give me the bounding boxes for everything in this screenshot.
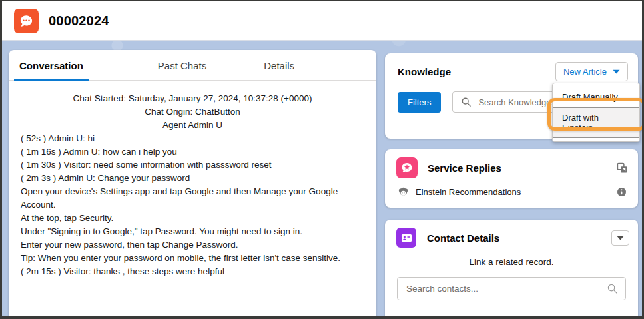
tab-bar: Conversation Past Chats Details <box>9 50 376 81</box>
contact-card-icon <box>400 232 413 244</box>
chat-line: Chat Origin: ChatButton <box>21 105 364 119</box>
tab-conversation[interactable]: Conversation <box>14 50 89 80</box>
chat-transcript: Chat Started: Saturday, January 27, 2024… <box>9 81 376 278</box>
record-header: 00002024 <box>2 1 642 41</box>
chat-line: Enter your new password, then tap Change… <box>21 238 364 252</box>
tab-past-chats[interactable]: Past Chats <box>153 50 212 80</box>
new-article-button[interactable]: New Article <box>555 62 628 81</box>
contact-search-box[interactable] <box>397 277 626 300</box>
link-related-record-text: Link a related record. <box>385 257 638 267</box>
chat-line: ( 1m 30s ) Visitor: need some informatio… <box>21 159 364 172</box>
page-title: 00002024 <box>49 13 109 29</box>
contact-search-input[interactable] <box>406 284 602 294</box>
conversation-panel: Conversation Past Chats Details Chat Sta… <box>9 50 376 316</box>
chat-line: ( 2m 15s ) Visitor: thanks , these steps… <box>21 265 364 278</box>
knowledge-title: Knowledge <box>398 66 451 77</box>
contact-details-title: Contact Details <box>427 232 611 244</box>
chat-session-icon <box>14 9 39 33</box>
chat-line: Open your device's Settings app and tap … <box>21 185 364 198</box>
pop-out-icon[interactable] <box>617 162 628 174</box>
chat-line: ( 1m 16s ) Admin U: how can i help you <box>21 145 364 159</box>
service-replies-panel: Service Replies Einstein Recommendations <box>385 149 638 208</box>
contact-details-panel: Contact Details Link a related record. <box>385 220 638 316</box>
menu-item-draft-with-einstein[interactable]: Draft with Einstein <box>553 107 639 138</box>
chat-line: Account. <box>21 198 364 212</box>
service-replies-title: Service Replies <box>428 162 617 174</box>
new-article-menu: Draft Manually Draft with Einstein <box>552 83 640 142</box>
menu-item-draft-manually[interactable]: Draft Manually <box>553 87 639 107</box>
case-screen: 00002024 Conversation Past Chats Details… <box>0 0 644 319</box>
chat-line: Tip: When you enter your password on mob… <box>21 252 364 265</box>
tab-details[interactable]: Details <box>258 50 300 80</box>
info-icon[interactable] <box>617 187 627 197</box>
chevron-down-icon <box>617 236 624 240</box>
chat-line: Agent Admin U <box>21 119 364 132</box>
chat-line: ( 2m 3s ) Admin U: Change your password <box>21 172 364 185</box>
search-icon <box>607 284 617 294</box>
chevron-down-icon <box>613 69 620 74</box>
contact-icon <box>396 228 416 248</box>
collapse-chevron-button[interactable] <box>611 230 629 246</box>
einstein-recommendations-label: Einstein Recommendations <box>416 187 617 197</box>
search-icon <box>462 97 471 107</box>
einstein-recommendations-row[interactable]: Einstein Recommendations <box>385 187 638 197</box>
reply-star-icon <box>400 161 414 174</box>
chat-line: At the top, tap Security. <box>21 212 364 225</box>
chat-line: Under "Signing in to Google," tap Passwo… <box>21 225 364 238</box>
chat-line: Chat Started: Saturday, January 27, 2024… <box>21 92 364 105</box>
einstein-icon <box>398 187 409 197</box>
service-replies-icon <box>396 157 418 178</box>
chat-line: ( 52s ) Admin U: hi <box>21 132 364 145</box>
chat-bubble-icon <box>19 13 34 29</box>
filters-button[interactable]: Filters <box>398 92 441 113</box>
new-article-label: New Article <box>563 67 607 77</box>
